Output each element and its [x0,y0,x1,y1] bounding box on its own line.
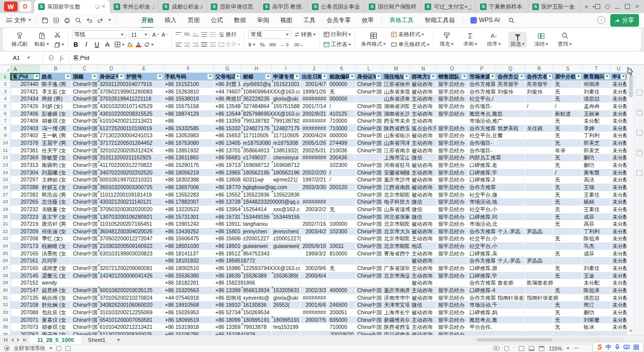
cell-F7[interactable]: +86 [164,117,214,125]
cell-T4[interactable]: 强思喆 [582,95,611,103]
cell-L25[interactable]: China中国 [356,250,382,257]
macro-icon[interactable] [56,346,61,351]
filter-dropdown-icon[interactable] [294,74,299,79]
cell-A35[interactable]: 207073 [11,323,40,331]
cell-S23[interactable]: 无 [553,235,582,242]
cell-M22[interactable]: 北京市大兴 [382,228,410,235]
cell-E29[interactable] [125,279,164,287]
cell-H32[interactable]: 16130836 [242,301,272,309]
cell-K30[interactable]: 400000 [328,287,356,294]
header-cell-K1[interactable]: 邮政编码 [328,73,356,80]
cell-J34[interactable]: 2000/7/5 [300,316,328,324]
cell-U23[interactable]: 未分配 [611,235,627,242]
cell-R28[interactable] [525,272,553,280]
tab-preview-icon[interactable]: ❑ [95,4,99,9]
cell-D5[interactable]: 430103200107142529 [98,103,164,110]
document-tab[interactable]: S英国留学生数❑✕ [34,0,110,13]
cell-C22[interactable]: China中国 [71,228,98,235]
cell-F4[interactable]: +86 15538019 [164,95,214,103]
align-left-icon[interactable] [176,42,182,47]
cell-T18[interactable]: 杨娟 [582,198,611,206]
cell-G12[interactable]: +86 56681836 [214,154,242,161]
cell-T25[interactable]: 成菲 [582,250,611,257]
cell-O30[interactable]: 留学总经办 [437,287,468,294]
cell-F36[interactable]: +86 15106786 [164,331,214,335]
cell-G25[interactable]: +86 1851229020 [214,250,242,257]
cell-B4[interactable]: 周煜 (男) [40,95,71,103]
cell-H7[interactable]: 799138782 [242,117,272,125]
cell-O27[interactable]: 留学总经办 [437,265,468,272]
cell-U31[interactable]: 未分配 [611,294,627,302]
normal-view-icon[interactable] [519,346,524,351]
cell-C4[interactable]: China中国 [71,95,98,103]
cell-N3[interactable]: 被动咨询 [410,88,437,96]
cell-R12[interactable] [525,154,553,161]
cell-A9[interactable]: 207402 [11,132,40,139]
cell-S27[interactable]: 无 [553,265,582,272]
cell-D25[interactable]: 630103199903020823 [98,250,164,257]
cell-U7[interactable]: 未分配 [611,117,627,125]
row-header-31[interactable]: 31 [0,294,11,302]
search-icon[interactable] [508,17,515,24]
cell-R34[interactable] [525,316,553,324]
cell-D22[interactable]: 360481200304020026 [98,228,164,235]
cell-F27[interactable]: +86 18002510 [164,265,214,272]
header-cell-F1[interactable]: 手机号码 [164,73,214,80]
column-header-U[interactable]: U [611,65,627,73]
cell-R27[interactable] [525,265,553,272]
cell-B35[interactable]: 胡睿琪 (女 [40,323,71,331]
panel-properties-icon[interactable] [636,90,642,96]
cell-A13[interactable]: 207313 [11,161,40,169]
cell-I4[interactable]: gloria@uki [272,95,300,103]
cell-S6[interactable]: 新航道 [553,110,582,118]
cell-L36[interactable]: China中国 [356,331,382,335]
cell-H22[interactable]: jennychen [242,228,272,235]
cell-U4[interactable]: 未分配 [611,95,627,103]
cell-P29[interactable]: 合作方推荐 [468,279,496,287]
column-header-L[interactable]: L [356,65,382,73]
row-header-10[interactable]: 10 [0,139,11,147]
row-header-24[interactable]: 24 [0,242,11,250]
cell-J26[interactable] [300,257,328,265]
cell-P14[interactable]: 口碑推荐,学 [468,169,525,177]
row-header-34[interactable]: 34 [0,316,11,324]
cell-F29[interactable]: +86 18182281 [164,279,214,287]
cell-A26[interactable]: 207161 [11,257,40,265]
filter-dropdown-icon[interactable] [490,74,495,79]
panel-comments-icon[interactable] [636,110,642,116]
cell-P34[interactable]: 雅思考点,雅 [468,316,525,324]
document-tab[interactable]: S国任财产保险样本.x [365,0,421,13]
cell-I24[interactable]: guiwanwei( [272,242,300,250]
cell-N20[interactable]: 微信 [410,213,437,221]
column-header-T[interactable]: T [582,65,611,73]
cell-J29[interactable] [300,279,328,287]
cell-D13[interactable]: 411702200312270822 [98,161,164,169]
cell-T13[interactable]: 蒯玏 [582,161,611,169]
upload-icon[interactable]: ↑ [597,16,605,24]
cell-S11[interactable]: 有录 [553,147,582,154]
cell-A30[interactable]: 207147 [11,287,40,294]
cell-L3[interactable]: China中国 [356,88,382,96]
cell-F8[interactable]: +86 15332585 [164,125,214,132]
cell-N24[interactable]: 电话 [410,242,437,250]
cell-L18[interactable]: China中国 [356,198,382,206]
cell-M23[interactable]: 北京市朝阳 [382,235,410,242]
cell-N11[interactable]: 被动咨询 [410,147,437,154]
cell-D35[interactable]: 610104200212213421 [98,323,164,331]
cell-D12[interactable]: 310113200211152925 [98,154,164,161]
cell-K4[interactable]: 000000 [328,95,356,103]
cell-F15[interactable]: +86 18302388 [164,176,214,184]
cell-P27[interactable]: 口碑推荐,朋 [468,265,525,272]
keyboard-icon[interactable] [623,344,630,349]
cell-J15[interactable]: 1997/2/21 [300,176,328,184]
cell-J7[interactable]: ######## [300,117,328,125]
cell-Q10[interactable] [496,139,525,147]
document-tab[interactable]: S宁夏教师样本.xlsx [476,0,528,13]
cell-U28[interactable]: 未分配 [611,272,627,280]
find-button[interactable]: 查找 [555,32,574,48]
cell-O8[interactable]: 留学总经办 [437,125,468,132]
header-cell-T1[interactable]: 教育顾问 [582,73,611,80]
cell-I7[interactable]: 799138782 [272,117,300,125]
cell-M6[interactable]: 湖南省长沙 [382,110,410,118]
cell-H10[interactable]: m18753080 [242,139,272,147]
